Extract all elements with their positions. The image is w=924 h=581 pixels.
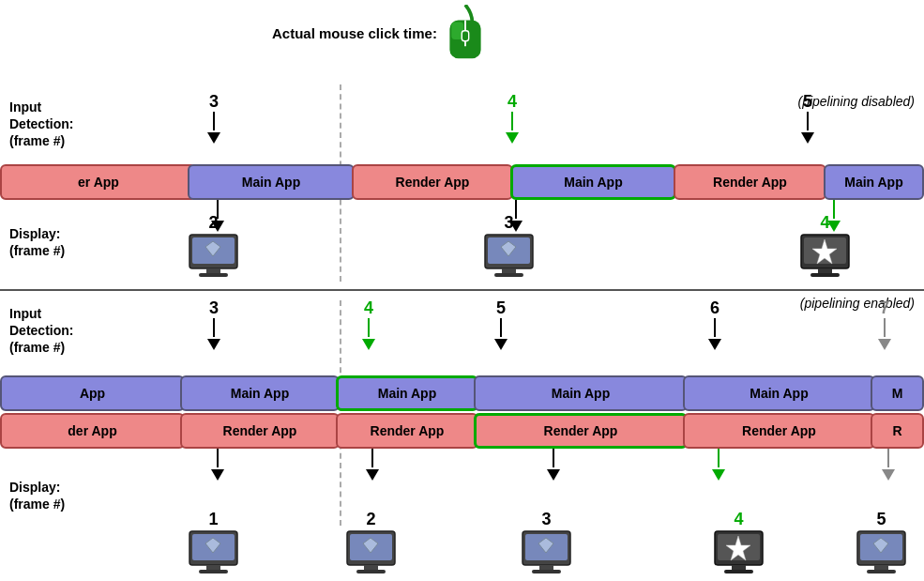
svg-rect-37 [724,570,753,573]
bar-render-2-bottom: Render App [336,413,478,449]
bar-render-1-bottom: Render App [180,413,340,449]
monitor-svg-1-bottom [188,529,239,576]
section-bottom: (pipelining enabled) InputDetection:(fra… [0,291,924,581]
bar-main-2-bottom: Main App [336,375,478,411]
frame-arrow-7-bottom: 7 [878,298,891,350]
monitor-1-bottom: 1 [188,510,239,576]
bar-main-3-bottom: Main App [474,375,688,411]
pipelining-disabled-label: (pipelining disabled) [797,94,915,109]
display-arrow-4-bottom [712,449,725,481]
monitor-3-bottom: 3 [521,510,572,576]
bar-main-3-top: Main App [824,164,924,200]
bar-render-1-top: Render App [352,164,513,200]
bar-main-partial-left-bottom: App [0,375,185,411]
display-arrow-3-bottom [547,449,560,481]
display-label-bottom: Display:(frame #) [9,479,65,512]
monitor-3-top: 3 [483,213,535,280]
monitor-num-2-top: 2 [208,213,218,233]
bar-main-2-top: Main App [510,164,676,200]
svg-rect-27 [356,570,386,573]
bar-main-1-bottom: Main App [180,375,340,411]
monitor-svg-2-top [188,233,239,280]
monitor-svg-5-bottom [856,529,907,576]
frame-arrow-3-bottom: 3 [207,298,220,350]
monitor-svg-4-bottom [713,529,765,576]
bar-main-4-bottom: Main App [683,375,875,411]
monitor-num-3-top: 3 [504,213,513,233]
bar-render-partial-left-bottom: der App [0,413,185,449]
monitor-svg-3-top [483,233,535,280]
input-detection-label-top: InputDetection:(frame #) [9,99,73,150]
svg-rect-42 [867,570,896,573]
pipelining-enabled-label: (pipelining enabled) [800,296,915,311]
frame-arrow-4-top: 4 [506,92,519,144]
monitor-num-4-top: 4 [820,213,829,233]
frame-arrow-4-bottom: 4 [362,298,375,350]
monitor-2-top: 2 [188,213,239,280]
svg-rect-32 [532,570,561,573]
section-top: (pipelining disabled) InputDetection:(fr… [0,0,924,291]
svg-rect-17 [810,273,840,277]
frame-arrow-3-top: 3 [207,92,220,144]
monitor-4-top: 4 [799,213,851,280]
svg-rect-12 [494,273,523,277]
display-arrow-1-bottom [211,449,224,481]
monitor-2-bottom: 2 [345,510,397,576]
monitor-svg-3-bottom [521,529,572,576]
frame-num-4-top: 4 [507,92,517,112]
frame-arrow-6-bottom: 6 [708,298,721,350]
monitor-4-bottom: 4 [713,510,765,576]
display-arrow-5-bottom [882,449,895,481]
svg-rect-7 [199,273,228,277]
bar-render-4-bottom: Render App [683,413,875,449]
bar-render-3-bottom: Render App [474,413,688,449]
monitor-5-bottom: 5 [856,510,907,576]
bar-main-partial-right-bottom: M [871,375,924,411]
svg-rect-22 [199,570,228,573]
display-label-top: Display:(frame #) [9,225,65,259]
frame-num-3-top: 3 [209,92,219,112]
monitor-svg-4-top [799,233,851,280]
diagram-container: Actual mouse click time: (pipelining dis… [0,0,924,581]
bar-render-2-top: Render App [674,164,826,200]
input-detection-label-bottom: InputDetection:(frame #) [9,305,73,357]
frame-arrow-5-top: 5 [801,92,814,144]
bar-render-partial-right-bottom: R [871,413,924,449]
monitor-svg-2-bottom [345,529,397,576]
frame-arrow-5-bottom: 5 [494,298,507,350]
bar-main-1-top: Main App [188,164,355,200]
display-arrow-2-bottom [366,449,379,481]
bar-render-left-clip-top: er App [0,164,197,200]
frame-num-5-top: 5 [803,92,812,112]
